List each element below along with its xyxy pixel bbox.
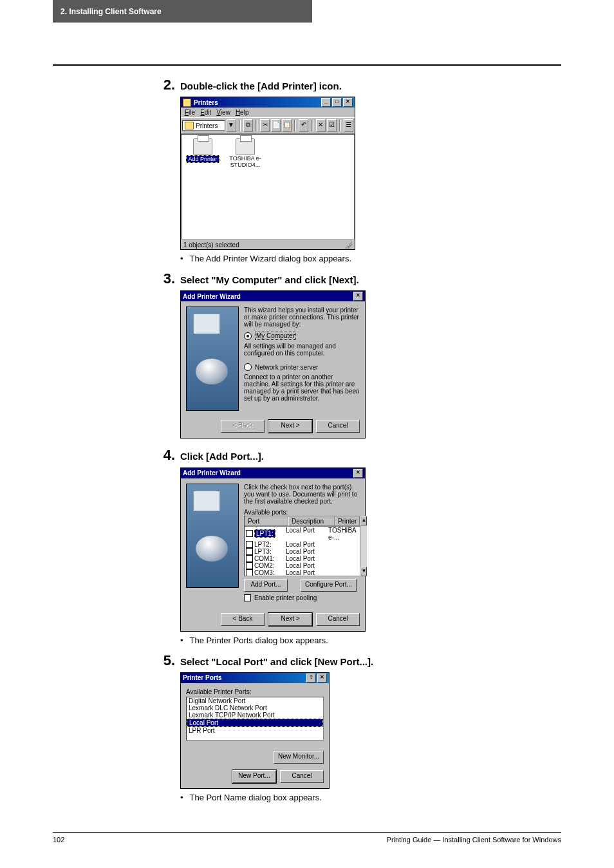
tb-paste[interactable]: 📋 [282, 119, 292, 132]
add-printer-item[interactable]: Add Printer [185, 138, 220, 163]
tb-up[interactable]: ⧉ [243, 119, 253, 132]
port-button-row: Add Port... Configure Port... [244, 579, 360, 592]
list-item[interactable]: LPR Port [187, 727, 323, 734]
scroll-up-icon[interactable]: ▲ [360, 516, 367, 525]
screenshot-printers-folder: Printers _ □ ✕ File Edit View Help [180, 97, 561, 250]
toshiba-printer-item[interactable]: TOSHIBA e-STUDIO4... [228, 138, 263, 168]
tb-copy[interactable]: 📄 [271, 119, 281, 132]
printer-cell [326, 569, 360, 576]
add-port-button[interactable]: Add Port... [244, 579, 288, 592]
page-footer: 102 Printing Guide — Installing Client S… [53, 832, 561, 844]
radio-icon-selected [244, 332, 252, 340]
scroll-down-icon[interactable]: ▼ [360, 567, 367, 576]
port-cell: COM3: [254, 569, 275, 576]
port-cell: LPT3: [254, 548, 272, 555]
bullet-dot: • [180, 793, 183, 802]
port-list[interactable]: Port Description Printer LPT1: Local Por… [244, 516, 360, 576]
cancel-button[interactable]: Cancel [316, 420, 360, 433]
radio-network[interactable]: Network printer server [244, 363, 360, 371]
back-button[interactable]: < Back [221, 613, 265, 626]
step-5-title: Select "Local Port" and click [New Port.… [180, 653, 373, 667]
step-3-title: Select "My Computer" and click [Next]. [180, 271, 359, 285]
step-2-number: 2. [156, 77, 175, 93]
checkbox-icon[interactable] [246, 555, 253, 562]
wizard-window: Add Printer Wizard ✕ Click the check box… [180, 467, 366, 632]
close-button[interactable]: ✕ [353, 469, 363, 478]
printers-window: Printers _ □ ✕ File Edit View Help [180, 97, 355, 250]
bullet-after-2: • The Add Printer Wizard dialog box appe… [180, 254, 561, 263]
resize-grip[interactable] [344, 241, 352, 249]
tb-delete[interactable]: ✕ [316, 119, 326, 132]
radio-mycomputer[interactable]: My Computer [244, 332, 360, 340]
cancel-button[interactable]: Cancel [316, 613, 360, 626]
wizard-side-graphic [186, 484, 239, 588]
checkbox-icon[interactable] [246, 562, 253, 569]
toolbar: Printers ▼ ⧉ ✂ 📄 📋 ↶ ✕ ☑ ☰ [181, 117, 355, 134]
port-row[interactable]: LPT1: Local Port TOSHIBA e-... [245, 527, 360, 541]
new-port-button[interactable]: New Port... [232, 770, 276, 783]
next-button[interactable]: Next > [268, 420, 312, 433]
col-port: Port [245, 516, 288, 526]
bullet-text: The Port Name dialog box appears. [190, 793, 322, 802]
port-types-list[interactable]: Digital Network Port Lexmark DLC Network… [186, 697, 324, 741]
tb-dropdown[interactable]: ▼ [227, 119, 236, 132]
window-controls: _ □ ✕ [321, 98, 353, 107]
maximize-button[interactable]: □ [332, 98, 342, 107]
configure-port-button[interactable]: Configure Port... [301, 579, 357, 592]
new-monitor-button[interactable]: New Monitor... [274, 751, 324, 764]
menubar: File Edit View Help [181, 108, 355, 117]
list-item[interactable]: Digital Network Port [187, 697, 323, 704]
step-5: 5. Select "Local Port" and click [New Po… [53, 653, 561, 668]
next-button[interactable]: Next > [268, 613, 312, 626]
radio-mycomputer-desc: All settings will be managed and configu… [244, 343, 360, 357]
newmon-row: New Monitor... [186, 751, 324, 764]
checkbox-icon[interactable] [246, 569, 253, 576]
wizard-intro: Click the check box next to the port(s) … [244, 484, 360, 505]
printer-cell: TOSHIBA e-... [326, 527, 360, 541]
printer-ports-body: Available Printer Ports: Digital Network… [181, 683, 329, 788]
printer-cell [326, 548, 360, 555]
port-row[interactable]: COM2: Local Port [245, 562, 360, 569]
bottom-row: New Port... Cancel [186, 770, 324, 783]
list-item[interactable]: Lexmark TCP/IP Network Port [187, 712, 323, 719]
checkbox-icon[interactable] [244, 594, 251, 601]
help-button[interactable]: ? [306, 674, 316, 683]
scrollbar[interactable]: ▲ ▼ [360, 516, 367, 576]
checkbox-icon[interactable] [246, 548, 253, 555]
menu-view[interactable]: View [216, 109, 230, 116]
close-button[interactable]: ✕ [343, 98, 353, 107]
list-item-selected[interactable]: Local Port [187, 719, 323, 727]
list-item[interactable]: Lexmark DLC Network Port [187, 704, 323, 712]
wizard-button-row: < Back Next > Cancel [181, 609, 365, 631]
port-row[interactable]: LPT3: Local Port [245, 548, 360, 555]
tb-cut[interactable]: ✂ [260, 119, 270, 132]
minimize-button[interactable]: _ [321, 98, 331, 107]
tb-properties[interactable]: ☑ [327, 119, 337, 132]
status-text: 1 object(s) selected [183, 241, 239, 249]
checkbox-icon[interactable] [246, 530, 253, 537]
tb-views[interactable]: ☰ [344, 119, 353, 132]
cancel-button[interactable]: Cancel [280, 770, 324, 783]
port-row[interactable]: COM1: Local Port [245, 555, 360, 562]
address-combo[interactable]: Printers [182, 120, 225, 131]
checkbox-icon[interactable] [246, 541, 253, 548]
tb-undo[interactable]: ↶ [299, 119, 308, 132]
wizard-body: This wizard helps you install your print… [181, 301, 365, 416]
menu-help[interactable]: Help [236, 109, 249, 116]
enable-pooling-row[interactable]: Enable printer pooling [244, 594, 360, 601]
port-cell: LPT2: [254, 541, 272, 548]
enable-pooling-label: Enable printer pooling [254, 594, 317, 601]
separator [239, 120, 241, 131]
desc-cell: Local Port [283, 562, 326, 569]
bullet-text: The Add Printer Wizard dialog box appear… [190, 254, 351, 263]
port-row[interactable]: COM3: Local Port [245, 569, 360, 576]
port-rows: LPT1: Local Port TOSHIBA e-... LPT2: Loc… [245, 527, 360, 576]
menu-edit[interactable]: Edit [200, 109, 211, 116]
col-printer: Printer [335, 516, 360, 526]
step-3: 3. Select "My Computer" and click [Next]… [53, 271, 561, 287]
port-row[interactable]: LPT2: Local Port [245, 541, 360, 548]
close-button[interactable]: ✕ [353, 292, 363, 301]
close-button[interactable]: ✕ [317, 674, 327, 683]
titlebar: Add Printer Wizard ✕ [181, 291, 365, 301]
menu-file[interactable]: File [185, 109, 195, 116]
